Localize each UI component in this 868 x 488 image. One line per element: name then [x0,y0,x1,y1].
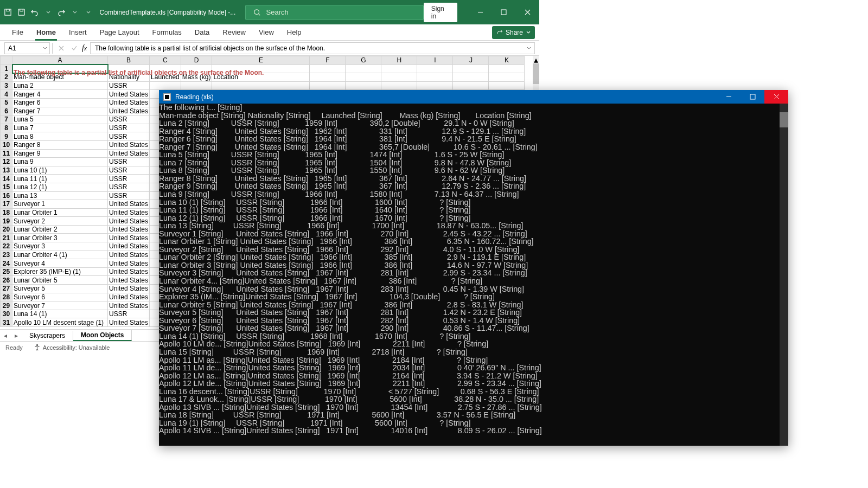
cell[interactable] [181,81,212,90]
row-header[interactable]: 25 [1,267,12,276]
ribbon-tab-home[interactable]: Home [30,24,62,41]
qat-dropdown-icon[interactable] [83,7,94,18]
cell[interactable]: Luna 7 [12,124,108,132]
enter-formula-icon[interactable] [69,45,80,52]
cell[interactable] [453,73,489,82]
cell[interactable]: Surveyor 4 [12,259,108,268]
cell[interactable] [489,81,525,90]
row-header[interactable]: 1 [1,65,12,73]
cell[interactable]: Luna 10 (1) [12,166,108,175]
cell[interactable]: USSR [108,166,150,175]
row-header[interactable]: 24 [1,259,12,268]
cell[interactable] [310,65,346,73]
cell[interactable] [212,81,310,90]
col-header-F[interactable]: F [310,56,346,65]
cell[interactable]: United States [108,107,150,115]
ribbon-tab-review[interactable]: Review [216,24,252,41]
console-close-button[interactable] [764,90,788,104]
maximize-button[interactable] [492,0,516,24]
col-header-J[interactable]: J [453,56,489,65]
cell[interactable] [489,73,525,82]
sheet-nav-right[interactable]: ▸ [11,332,22,339]
ribbon-tab-insert[interactable]: Insert [62,24,93,41]
ribbon-tab-help[interactable]: Help [280,24,308,41]
col-header-G[interactable]: G [346,56,381,65]
redo-dropdown-icon[interactable] [69,7,81,18]
cell[interactable]: Luna 12 (1) [12,183,108,191]
minimize-button[interactable] [468,0,492,24]
cell[interactable]: Lunar Orbiter 5 [12,276,108,285]
cell[interactable]: United States [108,234,150,242]
cell[interactable]: USSR [108,124,150,132]
cell[interactable]: Surveyor 1 [12,200,108,209]
col-header-E[interactable]: E [212,56,310,65]
col-header-C[interactable]: C [150,56,181,65]
cell[interactable] [346,65,381,73]
cell[interactable]: USSR [108,158,150,166]
row-header[interactable]: 29 [1,301,12,310]
name-box[interactable]: A1 [4,42,50,54]
cell[interactable]: Lunar Orbiter 4 (1) [12,251,108,259]
undo-icon[interactable] [29,7,41,18]
row-header[interactable]: 18 [1,208,12,217]
cell[interactable] [346,73,381,82]
row-header[interactable]: 10 [1,140,12,149]
cell[interactable]: USSR [108,175,150,183]
formula-input[interactable]: The following table is a partial list of… [90,42,535,54]
cell[interactable]: United States [108,98,150,107]
cell[interactable] [346,81,381,90]
ribbon-tab-page-layout[interactable]: Page Layout [93,24,146,41]
cell[interactable] [381,65,417,73]
cell[interactable]: Ranger 7 [12,107,108,115]
cell[interactable]: United States [108,276,150,285]
close-button[interactable] [515,0,539,24]
cell[interactable]: Luna 14 (1) [12,310,108,318]
cell[interactable]: Luna 9 [12,158,108,166]
cell[interactable]: USSR [108,115,150,124]
row-header[interactable]: 3 [1,81,12,90]
row-header[interactable]: 22 [1,242,12,251]
row-header[interactable]: 12 [1,158,12,166]
cell[interactable]: United States [108,293,150,301]
cell[interactable]: Surveyor 6 [12,293,108,301]
scroll-up-icon[interactable]: ▴ [533,56,539,63]
col-header-B[interactable]: B [108,56,150,65]
row-header[interactable]: 15 [1,183,12,191]
cell[interactable] [310,81,346,90]
sheet-tab-moon-objects[interactable]: Moon Objects [73,330,132,341]
cell[interactable]: United States [108,285,150,293]
cell[interactable]: Surveyor 2 [12,217,108,226]
cell[interactable]: USSR [108,191,150,200]
row-header[interactable]: 19 [1,217,12,226]
row-header[interactable]: 17 [1,200,12,209]
cell[interactable]: United States [108,140,150,149]
cell[interactable]: Surveyor 3 [12,242,108,251]
row-header[interactable]: 26 [1,276,12,285]
ribbon-tab-data[interactable]: Data [188,24,216,41]
row-header[interactable]: 7 [1,115,12,124]
cell[interactable]: USSR [108,183,150,191]
console-scroll-thumb[interactable] [780,112,788,127]
cell[interactable]: United States [108,259,150,268]
cell[interactable]: Lunar Orbiter 2 [12,225,108,234]
cell[interactable]: Explorer 35 (IMP-E) (1) [12,267,108,276]
autosave-icon[interactable] [2,7,14,18]
row-header[interactable]: 13 [1,166,12,175]
cell[interactable]: Ranger 4 [12,90,108,99]
cell-A1[interactable]: The following table is a partial list of… [12,65,108,73]
undo-dropdown-icon[interactable] [42,7,54,18]
cell[interactable] [381,73,417,82]
cell[interactable] [417,81,453,90]
row-header[interactable]: 31 [1,318,12,327]
scroll-thumb[interactable] [533,63,539,84]
cell[interactable]: United States [108,149,150,158]
search-box[interactable]: Search [245,5,424,20]
cell[interactable]: Lunar Orbiter 3 [12,234,108,242]
cell[interactable]: Luna 5 [12,115,108,124]
row-header[interactable]: 16 [1,191,12,200]
ribbon-tab-view[interactable]: View [252,24,280,41]
row-header[interactable]: 5 [1,98,12,107]
cell[interactable]: USSR [108,81,150,90]
cell[interactable]: United States [108,267,150,276]
cell[interactable]: USSR [108,132,150,141]
